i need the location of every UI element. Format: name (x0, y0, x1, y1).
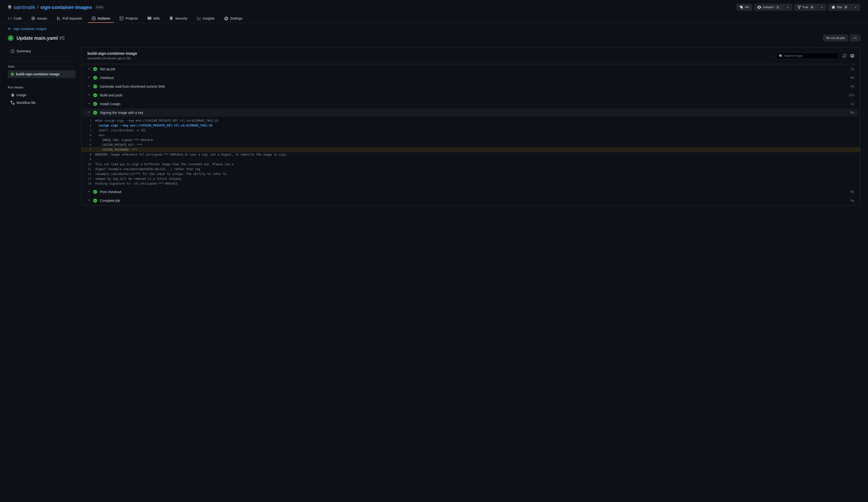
tab-actions[interactable]: Actions (88, 14, 114, 23)
fork-count: 0 (810, 6, 815, 9)
tab-security[interactable]: Security (165, 14, 191, 23)
repo-name-link[interactable]: sign-container-images (40, 4, 92, 10)
graph-icon (197, 17, 201, 20)
tab-issues[interactable]: Issues (27, 14, 51, 23)
sync-icon[interactable] (843, 54, 846, 58)
tab-insights[interactable]: Insights (193, 14, 218, 23)
log-text: images by tag will be removed in a futur… (95, 176, 183, 181)
step-row[interactable]: Generate uuid from shortened commit SHA0… (84, 82, 858, 90)
log-line[interactable]: 13images by tag will be removed in a fut… (82, 176, 860, 181)
step-row[interactable]: Signing the image with a key8s (84, 109, 858, 116)
repo-actions: Pin Unwatch 1 Fork 0 S (736, 4, 860, 11)
job-title: build-sign-container-image (87, 51, 137, 56)
pin-button[interactable]: Pin (736, 4, 752, 11)
step-time: 8s (851, 111, 854, 114)
repo-icon (8, 5, 12, 9)
search-box[interactable] (776, 52, 839, 59)
tab-code[interactable]: Code (4, 14, 25, 23)
log-block: 1▼Run cosign sign --key env://COSIGN_PRI… (82, 117, 860, 187)
sidebar-item-usage[interactable]: Usage (8, 91, 75, 99)
watch-count: 1 (775, 6, 780, 9)
job-content: build-sign-container-image succeeded 14 … (81, 47, 860, 205)
log-line[interactable]: 7 COSIGN_PASSWORD: *** (82, 147, 860, 152)
fork-dropdown[interactable] (817, 4, 826, 11)
step-name: Set up job (100, 67, 851, 71)
check-icon (11, 73, 13, 75)
star-button[interactable]: Star 0 (828, 4, 851, 11)
repo-title: saintmalik / sign-container-images Publi… (8, 4, 106, 10)
log-text: Run cosign sign --key env://COSIGN_PRIVA… (97, 118, 218, 123)
log-line[interactable]: 1▼Run cosign sign --key env://COSIGN_PRI… (82, 118, 860, 123)
watch-dropdown[interactable] (783, 4, 792, 11)
step-row[interactable]: Set up job1s (84, 65, 858, 73)
check-circle-icon (93, 102, 97, 106)
divider (8, 61, 75, 61)
log-line[interactable]: 12(example.com/ubuntu:la***) for the inp… (82, 172, 860, 176)
log-line-number: 14 (85, 181, 95, 186)
step-row[interactable]: Install Cosign1s (84, 100, 858, 108)
sidebar-item-summary[interactable]: Summary (8, 47, 75, 55)
job-header-actions (776, 52, 854, 59)
log-text: This can lead you to sign a different im… (95, 162, 235, 167)
log-line[interactable]: 4 env: (82, 133, 860, 137)
arrow-left-icon (8, 27, 12, 31)
log-line[interactable]: 5 IMAGE_TAG: signed-***-960c8cb (82, 137, 860, 142)
workflow-icon (11, 101, 14, 105)
log-text: cosign sign --key env://COSIGN_PRIVATE_K… (95, 123, 213, 128)
step-row[interactable]: Build and push17s (84, 91, 858, 99)
log-line-number: 1 (85, 118, 95, 123)
log-line[interactable]: 9 (82, 157, 860, 162)
repo-owner-link[interactable]: saintmalik (13, 4, 35, 10)
log-line[interactable]: 2 cosign sign --key env://COSIGN_PRIVATE… (82, 123, 860, 128)
sidebar: Summary Jobs build-sign-container-image … (8, 47, 75, 205)
check-circle-icon (93, 76, 97, 80)
step-row[interactable]: checkout0s (84, 74, 858, 82)
gear-icon[interactable] (850, 54, 854, 58)
step-row[interactable]: Complete job0s (84, 196, 858, 204)
chevron-down-icon (87, 111, 91, 115)
log-line[interactable]: 11digest (example.com/ubuntu@sha256:abc1… (82, 167, 860, 172)
pin-icon (740, 5, 744, 9)
sidebar-item-job[interactable]: build-sign-container-image (8, 70, 75, 78)
sidebar-item-workflow-file[interactable]: Workflow file (8, 99, 75, 106)
log-text: digest (example.com/ubuntu@sha256:abc123… (95, 167, 202, 172)
fork-button[interactable]: Fork 0 (794, 4, 818, 11)
star-label: Star (837, 6, 842, 9)
table-icon (120, 17, 124, 20)
unwatch-button[interactable]: Unwatch 1 (754, 4, 783, 11)
log-line[interactable]: 6 COSIGN_PRIVATE_KEY: *** (82, 142, 860, 147)
log-line[interactable]: 3 shell: /usr/bin/bash -e {0} (82, 128, 860, 133)
tab-projects[interactable]: Projects (116, 14, 142, 23)
chevron-right-icon (87, 75, 91, 80)
tab-pulls[interactable]: Pull requests (53, 14, 86, 23)
star-count: 0 (844, 6, 848, 9)
log-line[interactable]: 8WARNING: Image reference ttl.sh/signed-… (82, 152, 860, 157)
step-name: Build and push (100, 93, 849, 97)
chevron-right-icon (87, 198, 91, 203)
sidebar-workflow-file-label: Workflow file (17, 101, 35, 105)
stopwatch-icon (11, 93, 14, 97)
tab-issues-label: Issues (37, 17, 47, 20)
workflow-header: Update main.yaml #5 Re-run all jobs (0, 33, 868, 47)
log-text: shell: /usr/bin/bash -e {0} (95, 128, 146, 133)
tab-settings-label: Settings (230, 17, 242, 20)
step-time: 17s (849, 93, 854, 97)
step-row[interactable]: Post checkout0s (84, 188, 858, 196)
log-line-number: 13 (85, 176, 95, 181)
tab-settings[interactable]: Settings (220, 14, 246, 23)
tab-wiki[interactable]: Wiki (144, 14, 164, 23)
step-name: Post checkout (100, 190, 851, 194)
back-link[interactable]: sign container images (0, 23, 868, 33)
step-time: 0s (851, 190, 854, 194)
code-icon (8, 17, 12, 20)
tab-insights-label: Insights (203, 17, 215, 20)
workflow-menu-button[interactable] (850, 35, 860, 41)
tab-actions-label: Actions (97, 17, 110, 20)
rerun-button[interactable]: Re-run all jobs (823, 35, 848, 41)
tab-wiki-label: Wiki (153, 17, 159, 20)
log-line[interactable]: 14Pushing signature to: ttl.sh/signed-**… (82, 181, 860, 186)
search-input[interactable] (784, 54, 836, 58)
star-dropdown[interactable] (851, 4, 860, 11)
sidebar-usage-label: Usage (17, 93, 26, 97)
log-line[interactable]: 10This can lead you to sign a different … (82, 162, 860, 167)
